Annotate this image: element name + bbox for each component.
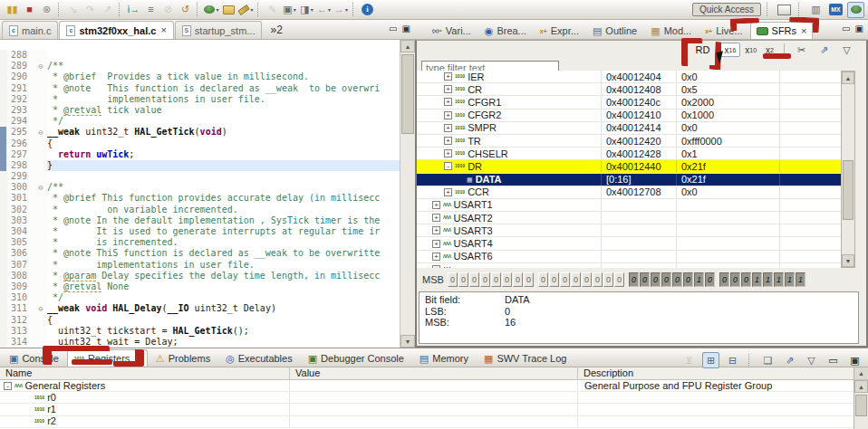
view-menu-icon[interactable]: ▽: [838, 42, 855, 58]
code-line[interactable]: 301 * @brief This function provides accu…: [0, 193, 400, 204]
bit-box[interactable]: 0: [480, 272, 490, 287]
expand-icon[interactable]: +: [444, 72, 452, 81]
bit-box[interactable]: 0: [614, 272, 624, 287]
code-line[interactable]: 292 * implementations in user file.: [0, 94, 400, 105]
bit-box[interactable]: 0: [705, 272, 715, 287]
column-header-value[interactable]: Value: [290, 367, 578, 379]
bit-box[interactable]: 1: [796, 272, 805, 287]
instruction-stepping-icon[interactable]: i→: [125, 2, 142, 18]
editor-scrollbar[interactable]: ▲ ▼: [400, 40, 415, 348]
scroll-down-icon[interactable]: ▼: [842, 254, 854, 267]
bit-box[interactable]: 0: [661, 272, 671, 287]
maximize-icon[interactable]: ▣: [846, 352, 863, 368]
sfr-row-data[interactable]: ▦DATA[0:16]0x21f: [417, 174, 841, 186]
maximize-icon[interactable]: ▣: [855, 24, 863, 33]
fold-marker[interactable]: ⊖: [34, 61, 47, 72]
forward-icon-dropdown[interactable]: ▾: [345, 6, 348, 13]
code-line[interactable]: 291 * @note This function is declared as…: [0, 83, 400, 94]
code-line[interactable]: 299: [0, 171, 400, 182]
collapse-icon[interactable]: -: [4, 382, 12, 390]
scrollbar-thumb[interactable]: [843, 160, 854, 220]
bit-box[interactable]: 0: [683, 272, 693, 287]
expand-icon[interactable]: +: [444, 111, 452, 119]
scroll-up-icon[interactable]: ▲: [842, 72, 854, 84]
expand-icon[interactable]: +: [432, 214, 440, 222]
bit-box[interactable]: 0: [582, 272, 592, 287]
sfr-row-ccr[interactable]: +1010CCR0x400127080x0: [417, 186, 841, 199]
code-line[interactable]: 293 * @retval tick value: [0, 105, 400, 116]
bit-box[interactable]: 0: [469, 272, 479, 287]
pin-icon[interactable]: ⊻: [680, 352, 698, 368]
fold-marker[interactable]: ⊖: [34, 182, 47, 193]
sfr-row-dr[interactable]: -1010DR0x400124400x21f: [417, 160, 841, 173]
code-line[interactable]: 297 return uwTick;: [0, 149, 400, 160]
code-line[interactable]: 300⊖/**: [0, 182, 400, 193]
sfr-row-partial[interactable]: +ΛΛΛ: [417, 263, 841, 268]
tab-breakpoints[interactable]: ◉Brea...: [478, 22, 533, 39]
fold-marker[interactable]: ⊖: [34, 303, 47, 314]
code-line[interactable]: 307 * implementations in user file.: [0, 260, 400, 271]
back-icon-dropdown[interactable]: ▾: [328, 6, 331, 13]
editor-tab-startup-stm-[interactable]: Sstartup_stm...: [175, 21, 263, 39]
bit-box[interactable]: 0: [730, 272, 740, 287]
debug-icon-dropdown[interactable]: ▾: [216, 6, 218, 13]
terminate-icon[interactable]: ■: [21, 2, 38, 18]
quick-access-button[interactable]: Quick Access: [692, 3, 761, 16]
bit-box[interactable]: 0: [502, 272, 512, 287]
bit-box[interactable]: 1: [763, 272, 773, 287]
register-row-r1[interactable]: 1010r1: [0, 404, 854, 415]
code-line[interactable]: 290 * @brief Provides a tick value in mi…: [0, 72, 400, 82]
tab-debugger-console[interactable]: ▣Debugger Console: [301, 349, 411, 367]
bit-box[interactable]: 0: [603, 272, 613, 287]
register-row-r2[interactable]: 1010r2: [0, 416, 854, 428]
open-folder-icon[interactable]: [220, 2, 237, 18]
fold-marker[interactable]: ⊖: [34, 127, 47, 138]
open-perspective-icon[interactable]: [776, 2, 793, 18]
export-icon[interactable]: ⇗: [781, 352, 798, 368]
cubemx-perspective-icon[interactable]: MX: [827, 2, 844, 18]
tab-expressions[interactable]: x+Expr...: [534, 22, 585, 39]
tab-executables[interactable]: ◎Executables: [218, 349, 300, 367]
step-into-icon[interactable]: ↘: [64, 2, 82, 18]
code-line[interactable]: 295⊖__weak uint32_t HAL_GetTick(void): [0, 127, 400, 138]
bit-box[interactable]: 1: [785, 272, 795, 287]
sfr-row-tr[interactable]: +1010TR0x400124200xfff0000: [417, 135, 841, 148]
sfr-row-usart2[interactable]: +ΛΛΛUSART2: [417, 212, 841, 224]
scroll-up-icon[interactable]: ▲: [400, 40, 415, 52]
bit-box[interactable]: 0: [458, 272, 468, 287]
code-line[interactable]: 312{: [0, 315, 400, 326]
radix-x10-button[interactable]: x10: [740, 43, 761, 57]
view-menu-icon[interactable]: ▽: [803, 352, 820, 368]
code-line[interactable]: 304 * It is used to generate interrupts …: [0, 226, 400, 237]
code-line[interactable]: 309 * @retval None: [0, 281, 400, 292]
new-wizard-icon[interactable]: ▣▾: [281, 2, 298, 18]
expand-icon[interactable]: +: [444, 124, 452, 132]
suspend-icon[interactable]: ▮▮: [4, 2, 21, 18]
sfr-scrollbar[interactable]: ▲ ▼: [841, 71, 855, 268]
new-view-icon[interactable]: ❏: [759, 352, 776, 368]
edit-icon[interactable]: ✎: [264, 2, 281, 18]
back-icon[interactable]: ←▾: [315, 2, 333, 18]
register-row-r0[interactable]: 1010r0: [0, 392, 854, 404]
code-line[interactable]: 296{: [0, 138, 400, 149]
registers-scrollbar[interactable]: ▲: [854, 380, 868, 429]
restart-icon[interactable]: ↺: [177, 2, 194, 18]
code-line[interactable]: 289⊖/**: [0, 61, 400, 72]
minimize-icon[interactable]: ▭: [389, 24, 397, 33]
debug-perspective-icon[interactable]: [847, 2, 864, 18]
search-icon-dropdown[interactable]: ▾: [250, 6, 253, 13]
bit-box[interactable]: 0: [538, 272, 548, 287]
expand-icon[interactable]: +: [444, 85, 452, 93]
close-icon[interactable]: ×: [160, 25, 166, 35]
scrollbar-thumb[interactable]: [401, 54, 414, 134]
new-wizard-icon-dropdown[interactable]: ▾: [294, 6, 296, 13]
code-line[interactable]: 310 */: [0, 292, 400, 303]
bit-box[interactable]: 0: [640, 272, 650, 287]
code-line[interactable]: 306 * @note ThiS function is declared as…: [0, 248, 400, 259]
scroll-up-icon[interactable]: ▲: [854, 380, 868, 393]
bit-box[interactable]: 0: [560, 272, 570, 287]
cpp-perspective-icon[interactable]: ▥: [807, 2, 825, 18]
bit-box[interactable]: 1: [752, 272, 762, 287]
tab-memory[interactable]: ▤Memory: [412, 349, 476, 367]
column-header-description[interactable]: Description: [578, 367, 854, 379]
